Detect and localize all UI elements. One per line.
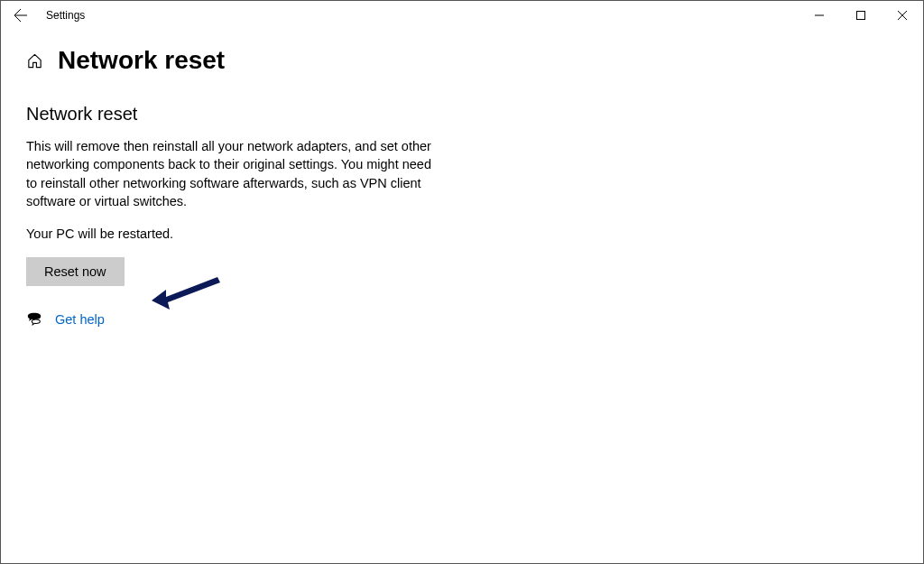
chat-help-icon	[26, 311, 42, 328]
titlebar-left: Settings	[12, 6, 85, 24]
maximize-icon	[856, 11, 865, 20]
help-row: Get help	[26, 311, 898, 328]
window-controls	[799, 1, 923, 30]
svg-rect-0	[857, 12, 865, 20]
section-title: Network reset	[26, 104, 898, 125]
app-title: Settings	[46, 9, 85, 22]
close-icon	[898, 11, 907, 20]
maximize-button[interactable]	[840, 1, 882, 30]
home-icon	[26, 52, 43, 69]
get-help-link[interactable]: Get help	[55, 312, 105, 327]
close-button[interactable]	[882, 1, 923, 30]
home-button[interactable]	[26, 52, 43, 69]
titlebar: Settings	[1, 1, 923, 30]
restart-note: Your PC will be restarted.	[26, 227, 898, 241]
content-area: Network reset Network reset This will re…	[1, 30, 923, 328]
minimize-button[interactable]	[799, 1, 840, 30]
minimize-icon	[815, 11, 824, 20]
back-arrow-icon	[14, 8, 28, 23]
help-icon	[26, 311, 42, 328]
page-title: Network reset	[58, 46, 225, 75]
reset-now-button[interactable]: Reset now	[26, 257, 125, 286]
description-text: This will remove then reinstall all your…	[26, 137, 441, 210]
back-button[interactable]	[12, 6, 30, 24]
page-header: Network reset	[26, 46, 898, 75]
